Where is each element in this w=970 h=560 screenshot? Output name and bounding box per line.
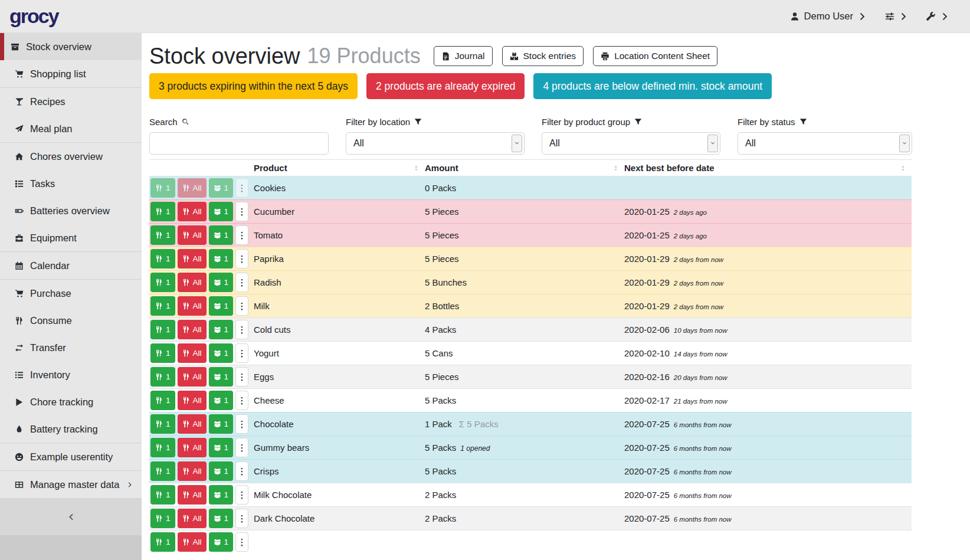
best-before-column-header[interactable]: Next best before date xyxy=(624,160,912,176)
consume-all-button[interactable]: All xyxy=(178,343,207,363)
consume-all-button[interactable]: All xyxy=(178,438,207,457)
consume-all-button[interactable]: All xyxy=(178,249,207,268)
row-more-button[interactable]: ⋮ xyxy=(235,320,248,339)
open-one-button[interactable]: 1 xyxy=(209,343,234,363)
row-more-button[interactable]: ⋮ xyxy=(235,438,248,457)
sidebar-item-transfer[interactable]: Transfer xyxy=(0,334,142,361)
search-input[interactable] xyxy=(149,132,329,155)
status-filter-select[interactable]: All xyxy=(738,132,912,155)
product-group-filter-select[interactable]: All xyxy=(542,132,720,155)
journal-button[interactable]: Journal xyxy=(434,46,493,66)
sidebar-item-purchase[interactable]: Purchase xyxy=(0,280,142,307)
sidebar-item-example-userentity[interactable]: Example userentity xyxy=(0,443,142,470)
open-one-button[interactable]: 1 xyxy=(209,485,234,505)
open-one-button[interactable]: 1 xyxy=(209,414,234,434)
amount-column-header[interactable]: Amount xyxy=(425,160,624,176)
open-one-button[interactable]: 1 xyxy=(209,202,234,221)
sidebar-item-shopping-list[interactable]: Shopping list xyxy=(0,60,142,87)
open-one-button[interactable]: 1 xyxy=(209,249,234,268)
open-one-button[interactable]: 1 xyxy=(209,367,234,387)
consume-one-button[interactable]: 1 xyxy=(150,438,175,457)
consume-all-button[interactable]: All xyxy=(178,178,207,198)
row-more-button[interactable]: ⋮ xyxy=(235,296,248,316)
consume-all-button[interactable]: All xyxy=(178,485,207,505)
open-one-button[interactable]: 1 xyxy=(209,296,234,316)
row-more-button[interactable]: ⋮ xyxy=(235,178,248,198)
sidebar-item-tasks[interactable]: Tasks xyxy=(0,170,142,197)
sidebar-item-meal-plan[interactable]: Meal plan xyxy=(0,115,142,142)
expired-alert[interactable]: 2 products are already expired xyxy=(366,73,525,99)
consume-all-button[interactable]: All xyxy=(178,391,207,410)
consume-all-button[interactable]: All xyxy=(178,273,207,292)
table-row: 1All1⋮Yogurt5 Cans2020-02-1014 days from… xyxy=(149,342,912,365)
consume-all-button[interactable]: All xyxy=(178,202,207,221)
row-more-button[interactable]: ⋮ xyxy=(235,414,248,434)
below-min-stock-alert[interactable]: 4 products are below defined min. stock … xyxy=(533,73,772,99)
sidebar-item-battery-tracking[interactable]: Battery tracking xyxy=(0,415,142,443)
row-more-button[interactable]: ⋮ xyxy=(235,485,248,505)
row-more-button[interactable]: ⋮ xyxy=(235,273,248,292)
admin-menu[interactable] xyxy=(926,12,950,21)
sidebar-item-calendar[interactable]: Calendar xyxy=(0,252,142,279)
consume-all-button[interactable]: All xyxy=(178,509,207,528)
row-more-button[interactable]: ⋮ xyxy=(235,509,248,528)
consume-one-button[interactable]: 1 xyxy=(150,414,175,434)
row-more-button[interactable]: ⋮ xyxy=(235,225,248,245)
consume-all-button[interactable]: All xyxy=(178,225,207,245)
location-content-sheet-button[interactable]: Location Content Sheet xyxy=(593,46,717,66)
user-menu[interactable]: Demo User xyxy=(790,11,867,22)
open-one-button[interactable]: 1 xyxy=(209,461,234,481)
consume-one-button[interactable]: 1 xyxy=(150,273,175,292)
row-more-button[interactable]: ⋮ xyxy=(235,343,248,363)
settings-menu[interactable] xyxy=(885,12,909,21)
consume-one-button[interactable]: 1 xyxy=(150,343,175,363)
row-more-button[interactable]: ⋮ xyxy=(235,249,248,268)
brand-logo[interactable]: grocy xyxy=(9,5,58,28)
open-one-button[interactable]: 1 xyxy=(209,178,234,198)
sidebar-item-batteries-overview[interactable]: Batteries overview xyxy=(0,197,142,224)
sidebar-item-equipment[interactable]: Equipment xyxy=(0,224,142,251)
consume-all-button[interactable]: All xyxy=(178,414,207,434)
row-more-button[interactable]: ⋮ xyxy=(235,532,248,552)
consume-one-button[interactable]: 1 xyxy=(150,367,175,387)
consume-all-button[interactable]: All xyxy=(178,532,207,552)
sidebar-item-consume[interactable]: Consume xyxy=(0,307,142,334)
consume-all-button[interactable]: All xyxy=(178,320,207,339)
open-one-button[interactable]: 1 xyxy=(209,225,234,245)
row-more-button[interactable]: ⋮ xyxy=(235,461,248,481)
consume-all-button[interactable]: All xyxy=(178,367,207,387)
consume-one-button[interactable]: 1 xyxy=(150,485,175,505)
consume-one-button[interactable]: 1 xyxy=(150,320,175,339)
consume-one-button[interactable]: 1 xyxy=(150,391,175,410)
row-more-button[interactable]: ⋮ xyxy=(235,367,248,387)
sidebar-item-inventory[interactable]: Inventory xyxy=(0,361,142,388)
sidebar-item-recipes[interactable]: Recipes xyxy=(0,88,142,115)
consume-one-button[interactable]: 1 xyxy=(150,225,175,245)
open-one-button[interactable]: 1 xyxy=(209,438,234,457)
location-filter-select[interactable]: All xyxy=(346,132,525,155)
consume-one-button[interactable]: 1 xyxy=(150,509,175,528)
consume-all-button[interactable]: All xyxy=(178,461,207,481)
open-one-button[interactable]: 1 xyxy=(209,391,234,410)
collapse-sidebar-button[interactable] xyxy=(0,499,142,535)
row-more-button[interactable]: ⋮ xyxy=(235,202,248,221)
sidebar-item-chore-tracking[interactable]: Chore tracking xyxy=(0,388,142,415)
open-one-button[interactable]: 1 xyxy=(209,320,234,339)
stock-entries-button[interactable]: Stock entries xyxy=(502,46,584,66)
consume-all-button[interactable]: All xyxy=(178,296,207,316)
row-more-button[interactable]: ⋮ xyxy=(235,391,248,410)
open-one-button[interactable]: 1 xyxy=(209,273,234,292)
consume-one-button[interactable]: 1 xyxy=(150,249,175,268)
product-column-header[interactable]: Product xyxy=(254,160,425,176)
consume-one-button[interactable]: 1 xyxy=(150,296,175,316)
sidebar-item-stock-overview[interactable]: Stock overview xyxy=(0,33,142,60)
consume-one-button[interactable]: 1 xyxy=(150,532,175,552)
expiring-soon-alert[interactable]: 3 products expiring within the next 5 da… xyxy=(149,73,358,99)
sidebar-item-manage-master-data[interactable]: Manage master data xyxy=(0,471,142,498)
open-one-button[interactable]: 1 xyxy=(209,509,234,528)
open-one-button[interactable]: 1 xyxy=(209,532,234,552)
consume-one-button[interactable]: 1 xyxy=(150,178,175,198)
consume-one-button[interactable]: 1 xyxy=(150,461,175,481)
consume-one-button[interactable]: 1 xyxy=(150,202,175,221)
sidebar-item-chores-overview[interactable]: Chores overview xyxy=(0,143,142,170)
